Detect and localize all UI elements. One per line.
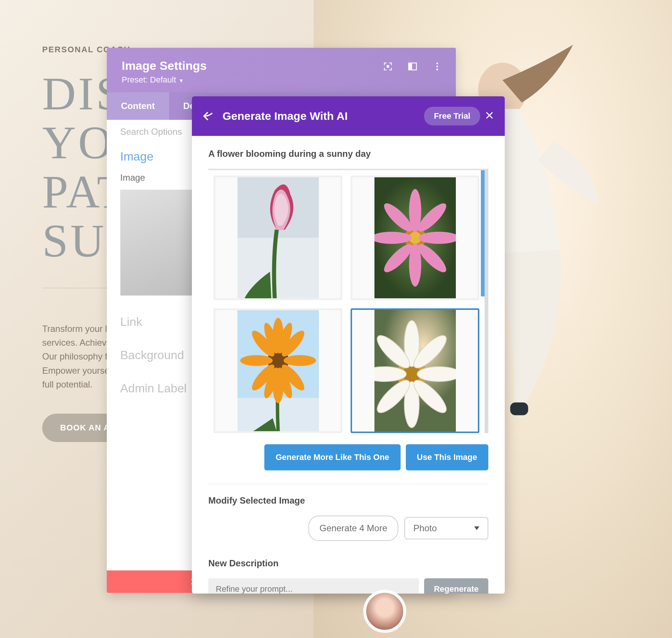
svg-rect-5 [409, 63, 412, 70]
modify-selected-label: Modify Selected Image [208, 495, 488, 506]
use-this-image-button[interactable]: Use This Image [406, 444, 488, 470]
preset-dropdown[interactable]: Preset: Default ▼ [122, 75, 441, 85]
user-avatar [363, 590, 406, 633]
generated-image-3[interactable] [214, 308, 342, 433]
close-button[interactable] [485, 111, 494, 121]
svg-point-44 [417, 367, 456, 382]
action-row: Generate More Like This One Use This Ima… [208, 444, 488, 470]
svg-rect-3 [387, 65, 389, 68]
generated-image-2[interactable] [351, 175, 479, 300]
section-divider [208, 484, 488, 484]
ai-modal-body: A flower blooming during a sunny day [192, 136, 505, 594]
generate-more-like-button[interactable]: Generate More Like This One [264, 444, 400, 470]
gallery-wrap [208, 169, 488, 433]
ai-modal-header: Generate Image With AI Free Trial [192, 96, 505, 136]
svg-point-8 [436, 69, 438, 71]
modify-row: Generate 4 More Photo [208, 516, 488, 541]
generate-4-more-button[interactable]: Generate 4 More [308, 516, 398, 541]
split-view-icon[interactable] [407, 61, 418, 73]
close-icon [485, 111, 494, 119]
svg-point-29 [283, 355, 316, 366]
generated-image-1[interactable] [214, 175, 342, 300]
new-description-label: New Description [208, 558, 488, 569]
free-trial-badge[interactable]: Free Trial [424, 107, 480, 125]
focus-icon[interactable] [383, 61, 393, 73]
image-gallery [208, 170, 485, 433]
description-row: Regenerate [208, 578, 488, 594]
more-icon[interactable] [432, 61, 442, 73]
back-arrow-icon[interactable] [203, 112, 214, 121]
style-select-value: Photo [413, 523, 437, 533]
chevron-down-icon [474, 526, 479, 530]
ai-modal-title: Generate Image With AI [223, 110, 424, 122]
caret-down-icon: ▼ [177, 78, 184, 84]
regenerate-button[interactable]: Regenerate [424, 578, 488, 594]
style-select[interactable]: Photo [404, 517, 488, 539]
svg-rect-2 [510, 402, 528, 415]
svg-point-28 [240, 355, 273, 366]
generated-image-4-selected[interactable] [351, 308, 479, 433]
generate-image-ai-modal: Generate Image With AI Free Trial A flow… [192, 96, 505, 594]
prompt-text: A flower blooming during a sunny day [208, 149, 488, 159]
svg-point-7 [436, 66, 438, 68]
svg-point-6 [436, 63, 438, 65]
tab-content[interactable]: Content [107, 92, 169, 120]
gallery-scrollbar[interactable] [481, 170, 485, 296]
